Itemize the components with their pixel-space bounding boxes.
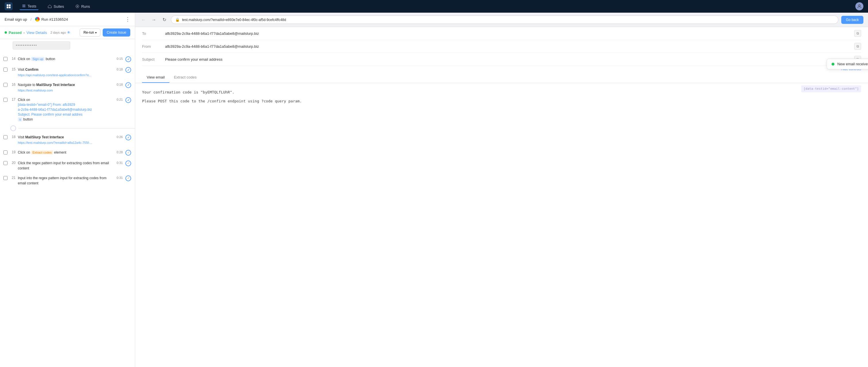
svg-point-9	[859, 5, 860, 6]
step-17-checkbox[interactable]	[3, 98, 7, 102]
tab-extract-codes[interactable]: Extract codes	[169, 72, 201, 83]
timeline-separator	[0, 124, 135, 132]
step-15-icon: ✓	[125, 67, 131, 73]
browser-content: New email received To afb3929a-2c9a-4488…	[135, 27, 868, 367]
email-body-line2: Please POST this code to the /confirm en…	[142, 98, 861, 104]
to-copy-button[interactable]: ⧉	[854, 30, 861, 37]
signup-highlight: Sign up	[31, 57, 44, 61]
svg-rect-5	[23, 6, 26, 6]
from-copy-button[interactable]: ⧉	[854, 43, 861, 50]
email-body: [data-testid="email-content"] Your confi…	[135, 83, 868, 111]
forward-button[interactable]: →	[150, 16, 158, 24]
breadcrumb[interactable]: Email sign up	[5, 17, 27, 22]
password-input[interactable]	[13, 41, 70, 50]
main-layout: Email sign up / Run #11536524 ⋮ Passed -…	[0, 13, 868, 367]
nav-suites[interactable]: Suites	[45, 3, 66, 10]
run-label: Run #11536524	[35, 17, 68, 22]
svg-rect-0	[7, 4, 8, 6]
view-details-link[interactable]: View Details	[27, 30, 47, 35]
url-bar[interactable]: 🔒 test.mailslurp.com/?emailId=e893e7e0-8…	[171, 16, 838, 24]
pass-dot	[5, 31, 7, 34]
step-14-icon: ✓	[125, 56, 131, 62]
browser-panel: ← → ↻ 🔒 test.mailslurp.com/?emailId=e893…	[135, 13, 868, 367]
from-label: From	[142, 44, 165, 49]
svg-rect-6	[23, 7, 26, 7]
back-button[interactable]: ←	[140, 16, 147, 24]
step-15: 15 Visit Confirm https://api.mailslurp.c…	[0, 65, 135, 80]
step-14: 14 Click on Sign up button 0:15 ✓	[0, 54, 135, 65]
left-panel: Email sign up / Run #11536524 ⋮ Passed -…	[0, 13, 135, 367]
email-header-area: New email received To afb3929a-2c9a-4488…	[135, 27, 868, 71]
action-buttons: Re-run ▾ Create Issue	[80, 28, 130, 36]
from-value: afb3929a-2c9a-4488-b6a1-f77da1a5abe8@mai…	[165, 44, 854, 49]
status-bar: Passed - View Details 2 days ago 👁 Re-ru…	[0, 26, 135, 39]
email-body-line1: Your confirmation code is "byEMTQLfLUhR"…	[142, 89, 861, 95]
more-options-icon[interactable]: ⋮	[125, 16, 130, 23]
app-logo[interactable]	[5, 2, 13, 10]
step-17-icon: ✓	[125, 97, 131, 103]
step-18-checkbox[interactable]	[3, 135, 7, 139]
step-14-checkbox[interactable]	[3, 57, 7, 61]
step-21: 21 Input into the regex pattern input fo…	[0, 173, 135, 188]
user-avatar[interactable]	[855, 2, 863, 10]
to-label: To	[142, 31, 165, 36]
run-header: Email sign up / Run #11536524 ⋮	[0, 13, 135, 26]
dropdown-arrow-icon: ▾	[95, 31, 97, 34]
email-fields: New email received To afb3929a-2c9a-4488…	[135, 27, 868, 66]
step-18-icon: ✓	[125, 134, 131, 141]
step-16-icon: ✓	[125, 82, 131, 88]
subject-value: Please confirm your email address	[165, 57, 854, 62]
step-21-icon: ✓	[125, 175, 131, 182]
step-17: 17 Click on [data-testid="email-0"] From…	[0, 95, 135, 124]
step-19: 19 Click on Extract codes element 0:28 ✓	[0, 148, 135, 158]
step-16-checkbox[interactable]	[3, 83, 7, 87]
email-subject-row: Subject Please confirm your email addres…	[142, 53, 861, 66]
to-value: afb3929a-2c9a-4488-b6a1-f77da1a5abe8@mai…	[165, 31, 854, 36]
email-from-row: From afb3929a-2c9a-4488-b6a1-f77da1a5abe…	[142, 40, 861, 53]
tab-view-email[interactable]: View email	[142, 72, 169, 83]
chrome-icon	[35, 17, 40, 22]
new-email-toast: New email received	[827, 59, 868, 69]
svg-rect-1	[9, 4, 11, 6]
time-ago: 2 days ago 👁	[50, 30, 70, 34]
step-19-checkbox[interactable]	[3, 150, 7, 154]
pass-label: Passed	[9, 30, 22, 35]
svg-marker-8	[77, 6, 78, 7]
step-20: 20 Click the regex pattern input for ext…	[0, 158, 135, 173]
step-15-checkbox[interactable]	[3, 68, 7, 72]
go-back-button[interactable]: Go back	[841, 16, 863, 24]
nav-runs[interactable]: Runs	[73, 3, 92, 10]
step-21-checkbox[interactable]	[3, 176, 7, 180]
pass-status: Passed - View Details	[5, 30, 47, 35]
email-tabs: View email Extract codes	[135, 72, 868, 83]
browser-toolbar: ← → ↻ 🔒 test.mailslurp.com/?emailId=e893…	[135, 13, 868, 27]
toast-label: New email received	[837, 62, 868, 66]
lock-icon: 🔒	[175, 18, 180, 22]
password-row	[0, 39, 135, 52]
svg-rect-4	[23, 5, 26, 5]
refresh-button[interactable]: ↻	[160, 16, 168, 24]
nav-tests[interactable]: Tests	[20, 3, 38, 10]
email-to-row: To afb3929a-2c9a-4488-b6a1-f77da1a5abe8@…	[142, 27, 861, 40]
extract-codes-highlight: Extract codes	[31, 150, 53, 154]
svg-rect-3	[9, 7, 11, 8]
eye-icon: 👁	[67, 30, 70, 34]
data-testid-label: [data-testid="email-content"]	[801, 85, 861, 92]
steps-list: 14 Click on Sign up button 0:15 ✓ 15 Vis…	[0, 52, 135, 367]
rerun-button[interactable]: Re-run ▾	[80, 28, 100, 36]
create-issue-button[interactable]: Create Issue	[103, 28, 130, 36]
top-navigation: Tests Suites Runs	[0, 0, 868, 13]
step-20-icon: ✓	[125, 160, 131, 166]
svg-rect-2	[7, 7, 8, 8]
subject-label: Subject	[142, 57, 165, 62]
step-20-checkbox[interactable]	[3, 161, 7, 165]
url-text: test.mailslurp.com/?emailId=e893e7e0-84e…	[182, 18, 286, 22]
email-green-dot	[832, 63, 834, 66]
step-16: 16 Navigate to MailSlurp Test Interface …	[0, 80, 135, 95]
step-18: 18 Visit MailSlurp Test Interface https:…	[0, 132, 135, 148]
step-19-icon: ✓	[125, 150, 131, 156]
